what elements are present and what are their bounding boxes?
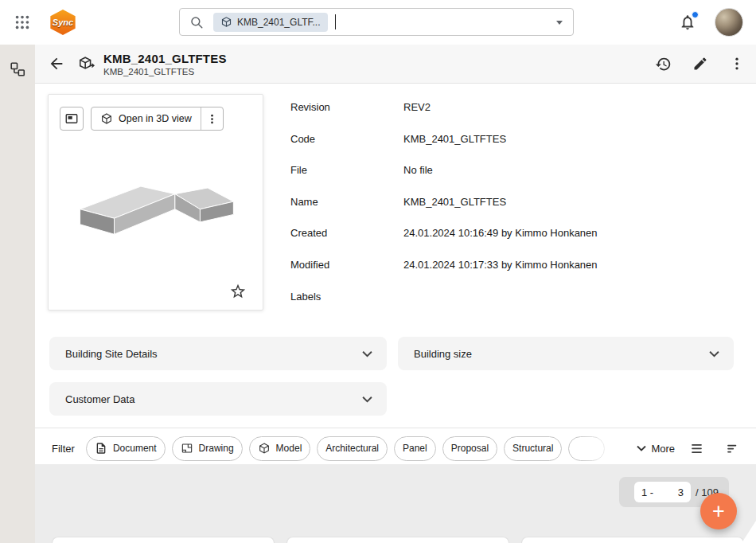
filter-bar: Filter Document Drawing <box>35 428 756 468</box>
back-button[interactable] <box>48 55 65 72</box>
detail-row: Created 24.01.2024 10:16:49 by Kimmo Hon… <box>290 220 598 252</box>
filter-chip-architectural[interactable]: Architectural <box>317 436 388 461</box>
page-title: KMB_2401_GLTFTES <box>103 52 227 65</box>
topbar: Sync KMB_2401_GLTF... <box>0 0 756 45</box>
open-3d-split-button: Open in 3D view <box>91 107 224 131</box>
filter-chip-truncated[interactable] <box>568 436 605 461</box>
favorite-star-button[interactable] <box>229 283 247 300</box>
list-view-icon <box>689 441 704 456</box>
chevron-down-icon <box>362 396 372 403</box>
model-tree-icon <box>9 61 26 78</box>
picture-in-picture-icon <box>64 111 79 126</box>
chevron-down-icon <box>637 445 646 451</box>
sync-app-logo[interactable]: Sync <box>49 10 76 35</box>
search-icon <box>189 15 204 29</box>
search-chip[interactable]: KMB_2401_GLTF... <box>213 13 328 32</box>
model-document-icon <box>78 55 95 72</box>
pencil-icon <box>692 56 708 72</box>
details-list: Revision REV2 Code KMB_2401_GLTFTES File… <box>290 94 598 314</box>
text-cursor <box>335 14 336 29</box>
detail-row: File No file <box>290 157 598 189</box>
3d-cube-icon <box>100 112 113 125</box>
model-3d-thumbnail[interactable] <box>49 171 263 255</box>
detail-row: Name KMB_2401_GLTFTES <box>290 189 598 221</box>
more-vert-icon <box>206 113 218 125</box>
detail-row: Modified 24.01.2024 10:17:33 by Kimmo Ho… <box>290 252 598 283</box>
detail-row: Revision REV2 <box>290 94 598 126</box>
left-sidebar <box>0 45 35 543</box>
corner-decoration <box>742 521 756 543</box>
accordion-sections: Building Site Details Building size Cust… <box>49 337 756 416</box>
apps-grid-icon[interactable] <box>13 13 32 32</box>
result-card[interactable] <box>52 537 275 543</box>
list-view-button[interactable] <box>689 441 704 456</box>
arrow-back-icon <box>48 55 65 72</box>
open-3d-view-button[interactable]: Open in 3D view <box>92 107 201 130</box>
sidebar-item-model-tree[interactable] <box>7 59 28 80</box>
search-chip-label: KMB_2401_GLTF... <box>237 17 321 28</box>
edit-button[interactable] <box>692 56 708 72</box>
notifications-bell-icon[interactable] <box>679 14 697 32</box>
plus-icon: + <box>712 501 725 522</box>
model-cube-icon <box>258 442 271 455</box>
detail-row: Code KMB_2401_GLTFTES <box>290 126 598 158</box>
topbar-actions <box>679 0 743 45</box>
filter-chip-structural[interactable]: Structural <box>504 436 562 461</box>
main-panel: KMB_2401_GLTFTES KMB_2401_GLTFTES <box>35 45 756 543</box>
detail-row: Labels <box>290 283 598 315</box>
notification-dot <box>692 11 699 18</box>
page-subtitle: KMB_2401_GLTFTES <box>103 67 227 76</box>
chevron-down-icon <box>362 350 372 357</box>
more-vert-icon <box>729 56 745 72</box>
section-building-site-details[interactable]: Building Site Details <box>49 337 387 370</box>
content-area: Open in 3D view <box>35 84 756 464</box>
search-box[interactable]: KMB_2401_GLTF... <box>179 8 574 36</box>
search-dropdown-caret-icon[interactable] <box>556 21 563 25</box>
page-header: KMB_2401_GLTFTES KMB_2401_GLTFTES <box>35 45 756 84</box>
filter-chip-panel[interactable]: Panel <box>394 436 436 461</box>
section-customer-data[interactable]: Customer Data <box>49 382 387 416</box>
page-range-input[interactable]: 1 - 3 <box>634 482 691 502</box>
results-area: 1 - 3 / 109 + <box>35 464 756 543</box>
sync-logo-label: Sync <box>53 18 73 27</box>
open-3d-view-label: Open in 3D view <box>119 113 192 124</box>
star-outline-icon <box>229 283 247 300</box>
history-icon <box>655 56 672 72</box>
history-button[interactable] <box>655 56 672 72</box>
title-block: KMB_2401_GLTFTES KMB_2401_GLTFTES <box>103 52 227 76</box>
filter-chip-proposal[interactable]: Proposal <box>442 436 497 461</box>
view-controls <box>689 441 740 456</box>
preview-toolbar: Open in 3D view <box>49 95 263 131</box>
drawing-icon <box>181 442 193 455</box>
filter-chips: Document Drawing Model <box>86 435 633 462</box>
model-icon <box>220 16 232 28</box>
section-building-size[interactable]: Building size <box>398 337 734 370</box>
add-button[interactable]: + <box>700 493 737 529</box>
chevron-down-icon <box>709 350 719 357</box>
user-avatar[interactable] <box>715 8 743 37</box>
header-actions <box>655 56 745 72</box>
result-card[interactable] <box>521 537 744 543</box>
filter-more-button[interactable]: More <box>637 443 675 455</box>
filter-chip-model[interactable]: Model <box>249 436 311 461</box>
model-preview-card: Open in 3D view <box>48 94 263 311</box>
preview-more-button[interactable] <box>201 107 223 130</box>
pip-button[interactable] <box>60 107 84 131</box>
sort-icon <box>725 441 740 456</box>
sort-button[interactable] <box>725 441 740 456</box>
document-icon <box>95 442 107 455</box>
result-card[interactable] <box>286 537 509 543</box>
more-options-button[interactable] <box>729 56 745 72</box>
filter-chip-document[interactable]: Document <box>86 436 166 461</box>
app-window: Sync KMB_2401_GLTF... <box>0 0 756 543</box>
filter-label: Filter <box>52 443 75 455</box>
filter-chip-drawing[interactable]: Drawing <box>172 436 243 461</box>
